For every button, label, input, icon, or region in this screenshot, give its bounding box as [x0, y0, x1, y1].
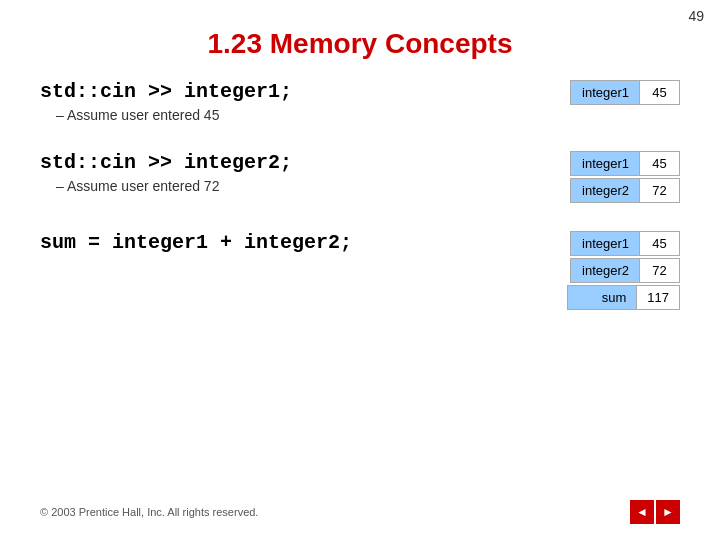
mem-value-2-1: 72 [640, 178, 680, 203]
mem-value-3-2: 117 [637, 285, 680, 310]
subtext-2: – Assume user entered 72 [56, 178, 540, 194]
mem-label-2-0: integer1 [570, 151, 640, 176]
slide-title: 1.23 Memory Concepts [0, 28, 720, 60]
mem-row-1-0: integer1 45 [540, 80, 680, 105]
mem-value-2-0: 45 [640, 151, 680, 176]
memory-box-2: integer1 45 integer2 72 [540, 151, 680, 203]
mem-row-2-0: integer1 45 [540, 151, 680, 176]
mem-row-3-2: sum 117 [540, 285, 680, 310]
mem-row-3-0: integer1 45 [540, 231, 680, 256]
code-line-3: sum = integer1 + integer2; [40, 231, 540, 254]
memory-box-3: integer1 45 integer2 72 sum 117 [540, 231, 680, 310]
mem-value-3-0: 45 [640, 231, 680, 256]
subtext-1: – Assume user entered 45 [56, 107, 540, 123]
code-line-2: std::cin >> integer2; [40, 151, 540, 174]
section-1-left: std::cin >> integer1; – Assume user ente… [40, 80, 540, 123]
copyright-text: © 2003 Prentice Hall, Inc. All rights re… [40, 506, 258, 518]
footer: © 2003 Prentice Hall, Inc. All rights re… [0, 500, 720, 524]
mem-value-1-0: 45 [640, 80, 680, 105]
mem-value-3-1: 72 [640, 258, 680, 283]
mem-row-3-1: integer2 72 [540, 258, 680, 283]
mem-label-3-1: integer2 [570, 258, 640, 283]
section-3-left: sum = integer1 + integer2; [40, 231, 540, 258]
section-1-row: std::cin >> integer1; – Assume user ente… [40, 80, 680, 123]
section-3-row: sum = integer1 + integer2; integer1 45 i… [40, 231, 680, 310]
nav-prev-button[interactable]: ◄ [630, 500, 654, 524]
mem-label-3-2: sum [567, 285, 637, 310]
mem-row-2-1: integer2 72 [540, 178, 680, 203]
content-area: std::cin >> integer1; – Assume user ente… [0, 60, 720, 310]
slide-number: 49 [688, 8, 704, 24]
memory-box-1: integer1 45 [540, 80, 680, 105]
nav-buttons: ◄ ► [630, 500, 680, 524]
section-2-left: std::cin >> integer2; – Assume user ente… [40, 151, 540, 194]
code-line-1: std::cin >> integer1; [40, 80, 540, 103]
mem-label-3-0: integer1 [570, 231, 640, 256]
nav-next-button[interactable]: ► [656, 500, 680, 524]
mem-label-1-0: integer1 [570, 80, 640, 105]
mem-label-2-1: integer2 [570, 178, 640, 203]
section-2-row: std::cin >> integer2; – Assume user ente… [40, 151, 680, 203]
